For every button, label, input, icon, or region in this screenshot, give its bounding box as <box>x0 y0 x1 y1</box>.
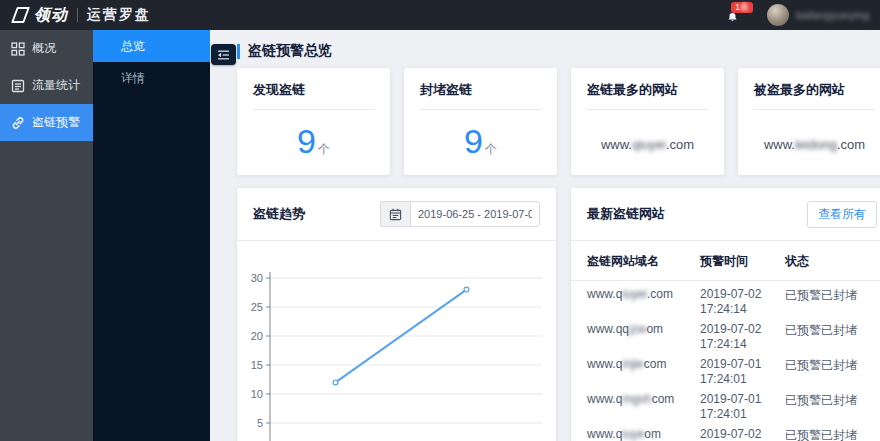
trend-line-chart: 30252015105 <box>237 242 556 441</box>
sidebar-item-overview[interactable]: 概况 <box>0 30 93 67</box>
calendar-icon <box>389 208 402 221</box>
brand-divider <box>77 8 78 22</box>
sidebar-item-hotlink-warning[interactable]: 盗链预警 <box>0 104 93 141</box>
cell-status: 已预警已封堵 <box>785 427 877 441</box>
stat-card-title: 封堵盗链 <box>420 81 541 99</box>
stat-domain: www.leidong.com <box>754 137 875 152</box>
stat-card-value: 9 个 <box>420 122 541 160</box>
stat-cards-row: 发现盗链 9 个 封堵盗链 9 个 盗链最多的网站 www.qiuyei.com… <box>237 68 880 175</box>
logo-mark-icon <box>11 7 30 23</box>
sidebar-item-label: 盗链预警 <box>32 114 80 131</box>
table-row: www.qiuyeom 2019-07-02 17:24:05 已预警已封堵 <box>571 421 880 441</box>
calendar-button[interactable] <box>380 201 410 227</box>
sidebar-collapse-button[interactable] <box>211 44 236 65</box>
latest-title: 最新盗链网站 <box>587 205 665 223</box>
blurred-domain-text: mgsh <box>622 392 651 406</box>
table-row: www.qiuyei.com 2019-07-02 17:24:14 已预警已封… <box>571 281 880 316</box>
cell-status: 已预警已封堵 <box>785 287 877 316</box>
sidebar-item-label: 流量统计 <box>32 77 80 94</box>
table-row: www.qinjiecom 2019-07-01 17:24:01 已预警已封堵 <box>571 351 880 386</box>
stat-number: 9 <box>297 122 316 160</box>
stat-card-value: 9 个 <box>253 122 374 160</box>
notification-bell-icon[interactable]: 1条 <box>724 0 760 30</box>
stat-domain: www.qiuyei.com <box>587 137 708 152</box>
collapse-menu-icon <box>217 50 230 60</box>
sidebar-item-label: 概况 <box>32 40 56 57</box>
brand: 领动 运营罗盘 <box>14 5 151 26</box>
notification-badge: 1条 <box>731 2 753 13</box>
svg-text:25: 25 <box>251 301 263 313</box>
divider <box>587 109 708 110</box>
svg-text:5: 5 <box>257 417 263 429</box>
avatar[interactable] <box>767 4 789 26</box>
cell-status: 已预警已封堵 <box>785 357 877 386</box>
cell-time: 2019-07-02 17:24:14 <box>700 287 785 316</box>
cell-time: 2019-07-01 17:24:01 <box>700 392 785 421</box>
divider <box>253 109 374 110</box>
username[interactable]: bailangyunyingzhang <box>796 9 870 21</box>
page-header: 盗链预警总览 <box>237 42 880 60</box>
cell-domain: www.qqjzwom <box>587 322 700 351</box>
stat-card-blocked-hotlinks: 封堵盗链 9 个 <box>404 68 557 175</box>
blurred-domain-text: injie <box>622 357 643 371</box>
blurred-domain-text: qiuyei <box>632 137 666 152</box>
cell-domain: www.qiuyeom <box>587 427 700 441</box>
date-range-input[interactable] <box>410 201 540 227</box>
cell-status: 已预警已封堵 <box>785 322 877 351</box>
topbar: 领动 运营罗盘 1条 bailangyunyingzhang <box>0 0 880 30</box>
cell-time: 2019-07-02 17:24:05 <box>700 427 785 441</box>
cell-domain: www.qmgshcom <box>587 392 700 421</box>
stat-card-most-stolen-site: 被盗最多的网站 www.leidong.com <box>738 68 880 175</box>
svg-text:20: 20 <box>251 330 263 342</box>
logo-text: 领动 <box>34 5 68 26</box>
bell-icon <box>727 12 738 23</box>
stat-number: 9 <box>464 122 483 160</box>
latest-header: 最新盗链网站 查看所有 <box>571 188 880 240</box>
trend-card: 盗链趋势 30252015 <box>237 188 556 441</box>
table-body: www.qiuyei.com 2019-07-02 17:24:14 已预警已封… <box>571 281 880 441</box>
divider <box>237 240 556 241</box>
divider <box>420 109 541 110</box>
product-name: 运营罗盘 <box>87 6 151 24</box>
page-title: 盗链预警总览 <box>248 42 332 60</box>
secondary-sidebar: 总览 详情 <box>93 30 210 441</box>
stat-card-top-hotlinking-site: 盗链最多的网站 www.qiuyei.com <box>571 68 724 175</box>
table-row: www.qqjzwom 2019-07-02 17:24:14 已预警已封堵 <box>571 316 880 351</box>
svg-text:30: 30 <box>251 272 263 284</box>
user-area: 1条 bailangyunyingzhang <box>724 0 870 30</box>
blurred-domain-text: jzw <box>629 322 646 336</box>
latest-sites-card: 最新盗链网站 查看所有 盗链网站域名 预警时间 状态 www.qiuyei.co… <box>571 188 880 441</box>
cell-domain: www.qiuyei.com <box>587 287 700 316</box>
sidebar-item-traffic-stats[interactable]: 流量统计 <box>0 67 93 104</box>
column-header-status: 状态 <box>785 253 877 270</box>
svg-text:10: 10 <box>251 388 263 400</box>
primary-sidebar: 概况 流量统计 盗链预警 <box>0 30 93 441</box>
main-content: 盗链预警总览 发现盗链 9 个 封堵盗链 9 个 盗链最多的网站 www.qiu… <box>210 30 880 441</box>
link-icon <box>11 116 25 130</box>
title-accent-bar <box>237 44 240 59</box>
submenu-item-label: 详情 <box>121 70 145 87</box>
column-header-domain: 盗链网站域名 <box>587 253 700 270</box>
stat-card-title: 盗链最多的网站 <box>587 81 708 99</box>
cell-status: 已预警已封堵 <box>785 392 877 421</box>
cell-time: 2019-07-01 17:24:01 <box>700 357 785 386</box>
stat-card-title: 发现盗链 <box>253 81 374 99</box>
cell-domain: www.qinjiecom <box>587 357 700 386</box>
blurred-domain-text: iuyei <box>622 287 647 301</box>
blurred-domain-text: iuye <box>622 427 644 441</box>
stat-card-found-hotlinks: 发现盗链 9 个 <box>237 68 390 175</box>
stat-unit: 个 <box>318 141 330 158</box>
submenu-item-label: 总览 <box>121 38 145 55</box>
grid-icon <box>11 42 25 56</box>
table-row: www.qmgshcom 2019-07-01 17:24:01 已预警已封堵 <box>571 386 880 421</box>
tab-overview[interactable]: 总览 <box>93 30 210 62</box>
cell-time: 2019-07-02 17:24:14 <box>700 322 785 351</box>
table-header-row: 盗链网站域名 预警时间 状态 <box>571 241 880 281</box>
date-range-picker <box>380 201 540 227</box>
tab-details[interactable]: 详情 <box>93 62 210 94</box>
svg-text:15: 15 <box>251 359 263 371</box>
blurred-domain-text: leidong <box>795 137 837 152</box>
view-all-button[interactable]: 查看所有 <box>807 201 877 228</box>
stat-unit: 个 <box>485 141 497 158</box>
panels-row: 盗链趋势 30252015 <box>237 188 880 441</box>
